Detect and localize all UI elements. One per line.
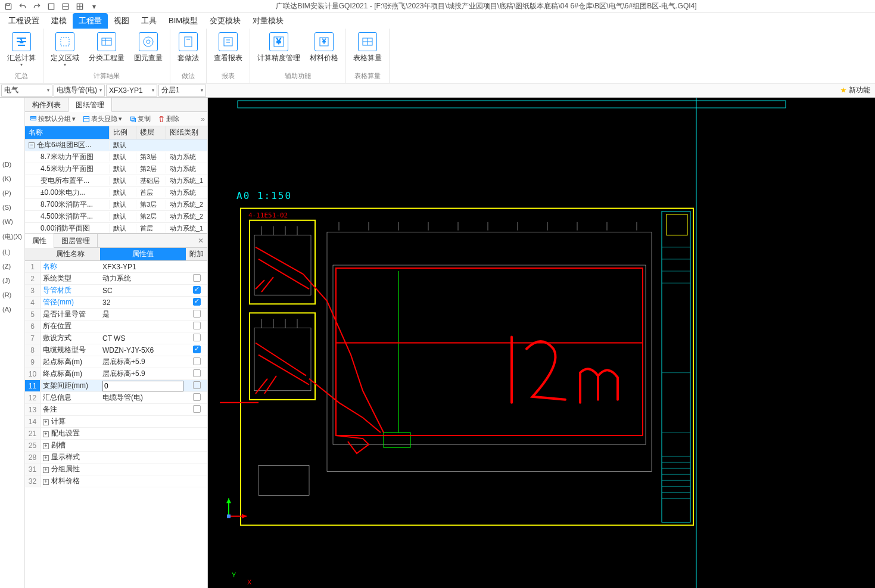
redo-icon[interactable] — [31, 1, 43, 12]
expand-icon[interactable]: + — [43, 443, 49, 449]
property-row[interactable]: 14+计算 — [25, 416, 207, 428]
drawing-row[interactable]: 0.00消防平面图默认首层动力系统_1 — [25, 223, 207, 234]
category-item[interactable]: (L) — [0, 245, 24, 259]
selector-instance[interactable]: XFX3-YP1▾ — [106, 85, 157, 97]
expand-icon[interactable]: + — [43, 419, 49, 425]
attach-checkbox[interactable] — [193, 346, 201, 353]
property-row[interactable]: 32+材料价格 — [25, 475, 207, 487]
property-row[interactable]: 4管径(mm)32 — [25, 297, 207, 309]
attach-checkbox[interactable] — [193, 310, 201, 318]
attach-checkbox[interactable] — [193, 381, 201, 389]
property-row[interactable]: 8电缆规格型号WDZN-YJY-5X6 — [25, 344, 207, 356]
col-header-floor[interactable]: 楼层 — [136, 126, 166, 139]
attach-checkbox[interactable] — [193, 393, 201, 401]
attach-checkbox[interactable] — [193, 322, 201, 329]
category-item[interactable]: (S) — [0, 200, 24, 214]
category-item[interactable]: (D) — [0, 157, 24, 172]
property-row[interactable]: 10终点标高(m)层底标高+5.9 — [25, 368, 207, 380]
selector-discipline[interactable]: 电气▾ — [1, 85, 52, 97]
menu-tab-视图[interactable]: 视图 — [108, 13, 135, 29]
col-header-scale[interactable]: 比例 — [109, 126, 136, 139]
delete-button[interactable]: 删除 — [155, 113, 182, 125]
qat-dropdown-icon[interactable]: ▾ — [88, 1, 100, 12]
group-default-button[interactable]: 按默认分组 ▾ — [27, 113, 78, 125]
ribbon-材料价格[interactable]: ¥材料价格 — [305, 30, 343, 64]
ribbon-套做法[interactable]: 套做法 — [173, 30, 204, 64]
expand-icon[interactable]: + — [43, 455, 49, 461]
col-header-propadd[interactable]: 附加 — [186, 249, 207, 259]
property-row[interactable]: 21+配电设置 — [25, 428, 207, 440]
ribbon-图元查量[interactable]: 图元查量 — [129, 30, 167, 64]
category-item[interactable]: (R) — [0, 288, 24, 302]
property-row[interactable]: 6所在位置 — [25, 321, 207, 332]
category-item[interactable]: (K) — [0, 172, 24, 186]
category-item[interactable]: (A) — [0, 302, 24, 316]
drawing-row[interactable]: 4.500米消防平...默认第2层动力系统_2 — [25, 211, 207, 223]
ribbon-计算精度管理[interactable]: ¥计算精度管理 — [253, 30, 305, 64]
drawing-row[interactable]: 8.7米动力平面图默认第3层动力系统 — [25, 151, 207, 163]
selector-layer[interactable]: 分层1▾ — [158, 85, 206, 97]
property-row[interactable]: 25+剔槽 — [25, 440, 207, 452]
ribbon-表格算量[interactable]: 表格算量 — [348, 30, 387, 64]
property-row[interactable]: 31+分组属性 — [25, 463, 207, 475]
menu-tab-工具[interactable]: 工具 — [135, 13, 163, 29]
attach-checkbox[interactable] — [193, 334, 201, 341]
menu-tab-建模[interactable]: 建模 — [45, 13, 73, 29]
property-row[interactable]: 11支架间距(mm) — [25, 380, 207, 392]
ribbon-定义区域[interactable]: 定义区域▾ — [46, 30, 84, 70]
tab-properties[interactable]: 属性 — [25, 234, 54, 249]
col-header-name[interactable]: 名称 — [25, 126, 109, 139]
property-row[interactable]: 9起点标高(m)层底标高+5.9 — [25, 356, 207, 368]
expand-icon[interactable]: + — [43, 431, 49, 437]
new-feature-button[interactable]: 新功能 — [837, 85, 874, 95]
expand-icon[interactable]: + — [43, 479, 49, 485]
qat-icon-1[interactable] — [45, 1, 57, 12]
category-item[interactable]: (P) — [0, 186, 24, 200]
col-header-propname[interactable]: 属性名称 — [41, 249, 100, 259]
ribbon-分类工程量[interactable]: 分类工程量 — [84, 30, 129, 64]
attach-checkbox[interactable] — [193, 274, 201, 282]
category-item[interactable]: (电)(X) — [0, 229, 24, 245]
menu-tab-变更模块[interactable]: 变更模块 — [204, 13, 247, 29]
drawing-row[interactable]: 4.5米动力平面图默认第2层动力系统 — [25, 163, 207, 175]
col-header-propval[interactable]: 属性值 — [100, 248, 186, 260]
property-row[interactable]: 5是否计量导管是 — [25, 309, 207, 321]
attach-checkbox[interactable] — [193, 369, 201, 377]
col-header-type[interactable]: 图纸类别 — [166, 126, 207, 139]
tab-drawing-manage[interactable]: 图纸管理 — [68, 98, 112, 112]
attach-checkbox[interactable] — [193, 405, 201, 413]
drawing-row[interactable]: 8.700米消防平...默认第3层动力系统_2 — [25, 199, 207, 211]
undo-icon[interactable] — [17, 1, 29, 12]
category-item[interactable]: (W) — [0, 214, 24, 229]
property-row[interactable]: 13备注 — [25, 404, 207, 416]
selector-component[interactable]: 电缆导管(电)▾ — [54, 85, 105, 97]
tab-component-list[interactable]: 构件列表 — [25, 98, 68, 111]
collapse-icon[interactable]: − — [29, 142, 35, 148]
header-toggle-button[interactable]: 表头显隐 ▾ — [80, 113, 124, 125]
save-icon[interactable] — [2, 1, 14, 12]
expand-icon[interactable]: + — [43, 467, 49, 473]
qat-icon-3[interactable] — [74, 1, 86, 12]
drawing-row[interactable]: 变电所布置平...默认基础层动力系统_1 — [25, 175, 207, 187]
attach-checkbox[interactable] — [193, 286, 201, 294]
drawing-row[interactable]: ±0.00米电力...默认首层动力系统 — [25, 187, 207, 199]
attach-checkbox[interactable] — [193, 357, 201, 365]
property-value-input[interactable] — [102, 381, 183, 391]
category-item[interactable]: (J) — [0, 273, 24, 288]
tab-layer-manage[interactable]: 图层管理 — [54, 234, 98, 248]
property-row[interactable]: 7敷设方式CT WS — [25, 332, 207, 344]
menu-tab-BIM模型[interactable]: BIM模型 — [163, 13, 204, 29]
cad-canvas[interactable]: A0 1:150 — [208, 98, 875, 588]
menu-tab-工程量[interactable]: 工程量 — [73, 13, 108, 29]
property-row[interactable]: 12汇总信息电缆导管(电) — [25, 392, 207, 404]
qat-icon-2[interactable] — [60, 1, 71, 12]
more-icon[interactable]: » — [201, 115, 205, 123]
category-item[interactable]: (Z) — [0, 259, 24, 273]
attach-checkbox[interactable] — [193, 298, 201, 306]
ribbon-查看报表[interactable]: 查看报表 — [209, 30, 247, 64]
menu-tab-工程设置[interactable]: 工程设置 — [2, 13, 45, 29]
ribbon-汇总计算[interactable]: Σ汇总计算▾ — [2, 30, 41, 70]
property-row[interactable]: 2系统类型动力系统 — [25, 273, 207, 285]
menu-tab-对量模块[interactable]: 对量模块 — [247, 13, 289, 29]
drawing-row[interactable]: −仓库6#组团B区...默认 — [25, 139, 207, 151]
